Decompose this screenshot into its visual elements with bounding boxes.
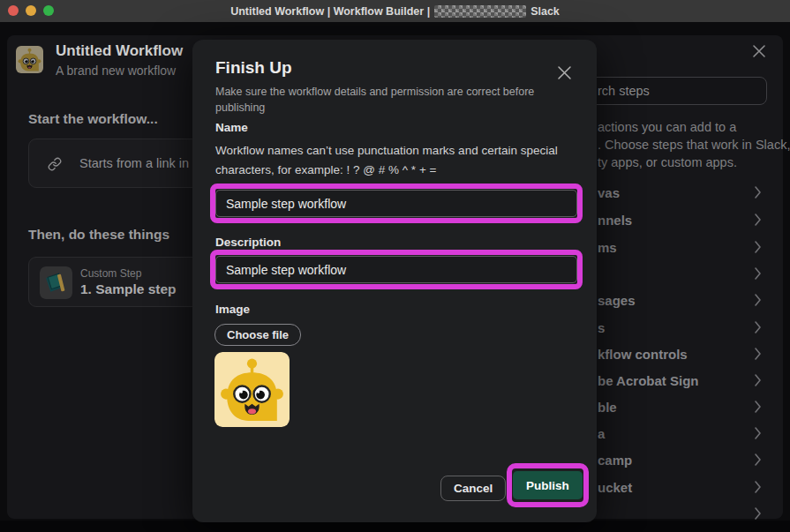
window-title: Untitled Workflow | Workflow Builder | S… — [230, 5, 560, 18]
step-category-label[interactable]: kflow controls — [598, 347, 688, 362]
cancel-button[interactable]: Cancel — [440, 476, 506, 501]
chevron-right-icon[interactable] — [755, 241, 762, 253]
name-help-text: Workflow names can’t use punctuation mar… — [215, 141, 572, 180]
modal-close-icon[interactable] — [557, 65, 572, 80]
start-section-heading: Start the workflow... — [28, 111, 158, 127]
step-category-label[interactable]: be Acrobat Sign — [598, 373, 698, 388]
step-category-label[interactable]: vas — [598, 185, 620, 200]
custom-step-icon — [40, 266, 72, 299]
slack-workflow-builder-window: Untitled Workflow | Workflow Builder | S… — [0, 0, 790, 532]
chevron-right-icon[interactable] — [755, 294, 762, 306]
workflow-image-preview — [214, 352, 290, 427]
then-section-heading: Then, do these things — [28, 227, 169, 243]
start-trigger-card[interactable]: Starts from a link in Sla — [28, 139, 207, 188]
window-title-suffix: Slack — [530, 5, 560, 18]
workflow-subtitle: A brand new workflow — [56, 64, 176, 78]
workflow-title: Untitled Workflow — [56, 42, 183, 60]
chevron-right-icon[interactable] — [755, 427, 762, 439]
chevron-right-icon[interactable] — [755, 348, 762, 360]
chevron-right-icon[interactable] — [755, 214, 762, 226]
chevron-right-icon[interactable] — [755, 453, 762, 466]
steps-panel-description-line1: actions you can add to a — [598, 120, 787, 134]
chevron-right-icon[interactable] — [755, 374, 762, 386]
search-steps-placeholder: rch steps — [598, 84, 650, 98]
robot-avatar-icon — [16, 46, 43, 73]
step-kicker: Custom Step — [80, 267, 141, 280]
description-input[interactable] — [215, 256, 577, 283]
name-input[interactable] — [215, 190, 577, 217]
step-category-label[interactable]: ble — [598, 400, 617, 415]
step-category-label[interactable]: ucket — [598, 480, 632, 495]
chevron-right-icon[interactable] — [755, 507, 762, 520]
steps-panel-description-line3: ty apps, or custom apps. — [598, 155, 787, 169]
zoom-window-button[interactable] — [43, 5, 54, 16]
step-label: 1. Sample step — [80, 281, 177, 297]
traffic-lights — [8, 5, 54, 16]
modal-subtitle: Make sure the workflow details and permi… — [215, 84, 547, 116]
name-label: Name — [215, 121, 248, 134]
robot-image-icon — [214, 352, 290, 427]
workflow-avatar — [16, 46, 43, 73]
steps-panel-close-icon[interactable] — [752, 44, 766, 58]
minimize-window-button[interactable] — [26, 5, 36, 16]
description-label: Description — [215, 236, 281, 249]
choose-file-button[interactable]: Choose file — [214, 324, 301, 346]
publish-button[interactable]: Publish — [513, 471, 583, 499]
chevron-right-icon[interactable] — [755, 186, 762, 199]
macos-titlebar: Untitled Workflow | Workflow Builder | S… — [0, 0, 790, 22]
chevron-right-icon[interactable] — [755, 321, 762, 333]
finish-up-modal: Finish Up Make sure the workflow details… — [192, 40, 597, 522]
description-field-highlight — [210, 250, 583, 289]
chevron-right-icon[interactable] — [755, 401, 762, 413]
chevron-right-icon[interactable] — [755, 267, 762, 280]
step-category-label[interactable]: ms — [598, 240, 617, 255]
step-category-label[interactable]: camp — [598, 453, 632, 468]
step-category-label[interactable]: s — [598, 320, 605, 335]
link-icon — [48, 157, 62, 171]
window-title-prefix: Untitled Workflow | Workflow Builder | — [230, 5, 430, 18]
steps-panel-description-line2: . Choose steps that work in Slack, — [598, 138, 787, 152]
step-card[interactable]: Custom Step 1. Sample step — [28, 257, 207, 307]
image-label: Image — [215, 303, 250, 316]
modal-title: Finish Up — [215, 58, 292, 78]
step-category-label[interactable]: a — [598, 426, 605, 441]
name-field-highlight — [210, 184, 583, 223]
step-category-label[interactable]: nnels — [598, 213, 632, 228]
start-trigger-label: Starts from a link in Sla — [79, 156, 211, 170]
publish-button-highlight: Publish — [507, 463, 589, 507]
step-category-label[interactable]: sages — [598, 293, 636, 308]
close-window-button[interactable] — [8, 5, 19, 16]
redacted-workspace-name — [434, 5, 526, 18]
chevron-right-icon[interactable] — [755, 481, 762, 493]
